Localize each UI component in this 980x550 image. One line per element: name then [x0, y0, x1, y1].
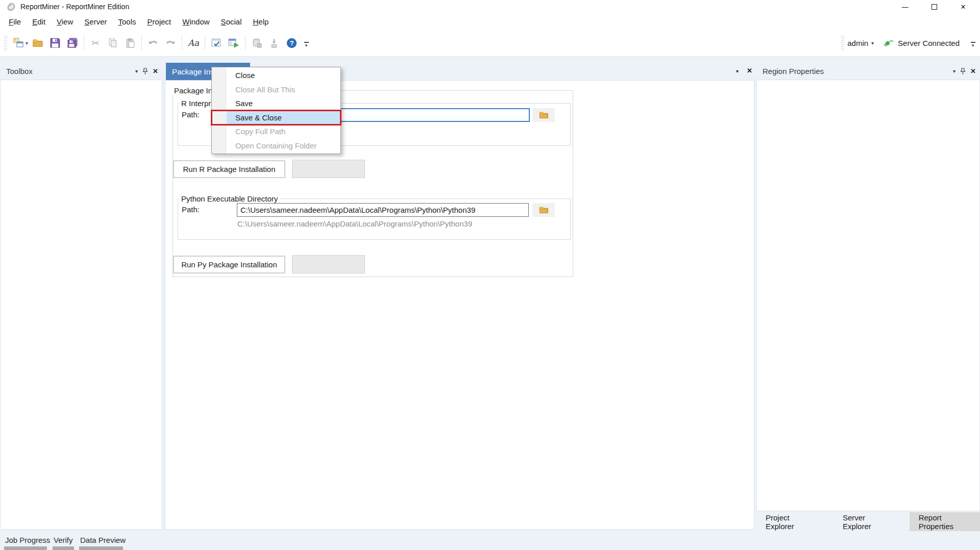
help-button[interactable]: ?	[283, 34, 300, 52]
open-folder-icon	[32, 38, 43, 47]
py-progress-box	[292, 255, 365, 273]
menu-social[interactable]: Social	[215, 15, 248, 28]
r-browse-button[interactable]	[532, 108, 555, 122]
tab-project-explorer[interactable]: Project Explorer	[756, 512, 822, 531]
menu-edit[interactable]: Edit	[27, 15, 51, 28]
context-menu-save-and-close[interactable]: Save & Close	[212, 111, 340, 125]
run-r-package-installation-button[interactable]: Run R Package Installation	[173, 160, 285, 178]
dock-area: Toolbox ▾ ✕ Package Installation ▾ ✕	[0, 56, 980, 532]
minimize-button[interactable]: —	[893, 0, 917, 14]
tab-close-icon[interactable]: ✕	[747, 67, 752, 74]
open-button[interactable]	[29, 34, 46, 52]
font-options-button[interactable]: Aa	[185, 34, 202, 52]
panel-close-icon[interactable]: ✕	[970, 67, 976, 75]
menu-file[interactable]: File	[3, 15, 27, 28]
svg-text:?: ?	[289, 39, 293, 47]
font-icon: Aa	[188, 38, 199, 48]
verify-tab-bar	[53, 546, 74, 550]
tab-server-explorer[interactable]: Server Explorer	[834, 512, 898, 531]
menu-project[interactable]: Project	[142, 15, 177, 28]
deploy-database-button	[248, 34, 265, 52]
run-py-package-installation-button[interactable]: Run Py Package Installation	[173, 256, 285, 273]
save-button[interactable]	[46, 34, 64, 52]
py-path-input[interactable]	[237, 203, 529, 217]
tab-context-menu: Close Close All But This Save Save & Clo…	[211, 67, 341, 154]
toolbox-content	[0, 80, 162, 530]
context-menu-copy-full-path: Copy Full Path	[212, 124, 340, 139]
maximize-button[interactable]	[922, 0, 946, 14]
new-report-button[interactable]	[10, 34, 28, 52]
data-preview-tab-bar	[79, 546, 123, 550]
toolbox-dropdown-icon[interactable]: ▾	[135, 68, 138, 74]
toolbox-panel: Toolbox ▾ ✕	[0, 63, 162, 531]
menu-help[interactable]: Help	[247, 15, 274, 28]
folder-icon	[539, 111, 549, 119]
toolbar-grip[interactable]	[4, 35, 7, 51]
region-properties-content	[756, 80, 980, 511]
app-window: ReportMiner - ReportMiner Edition — ✕ Fi…	[0, 0, 980, 550]
status-bar: Job Progress Verify Data Preview	[0, 532, 980, 550]
pin-icon[interactable]	[142, 68, 148, 75]
maximize-icon	[932, 4, 937, 10]
chevron-down-icon: ▾	[972, 44, 974, 47]
region-properties-panel: Region Properties ▾ ✕ Project Explorer S…	[756, 63, 980, 533]
verify-window-icon	[211, 38, 222, 47]
server-status: Server Connected	[898, 39, 960, 47]
toolbar-separator	[141, 36, 142, 50]
tab-report-properties[interactable]: Report Properties	[910, 512, 980, 531]
cut-button: ✂	[87, 34, 104, 52]
new-report-icon	[13, 38, 24, 48]
r-progress-box	[292, 160, 365, 178]
toolbox-close-icon[interactable]: ✕	[153, 67, 158, 75]
tab-verify[interactable]: Verify	[54, 536, 73, 544]
python-executable-group-label: Python Executable Directory	[179, 194, 280, 203]
tablist-dropdown-icon[interactable]: ▾	[736, 68, 739, 74]
region-properties-header[interactable]: Region Properties ▾ ✕	[756, 63, 980, 80]
save-all-icon	[67, 38, 78, 48]
help-icon: ?	[286, 38, 297, 48]
context-menu-open-containing-folder: Open Containing Folder	[212, 139, 340, 153]
right-toolbar-overflow-button[interactable]: ▾	[969, 36, 977, 49]
tab-data-preview[interactable]: Data Preview	[80, 536, 126, 544]
toolbox-title: Toolbox	[6, 67, 135, 76]
py-path-hint: C:\Users\sameer.nadeem\AppData\Local\Pro…	[237, 219, 472, 228]
main-toolbar: ▾ ✂	[0, 30, 980, 56]
user-menu[interactable]: admin	[847, 39, 868, 47]
menu-window[interactable]: Window	[177, 15, 215, 28]
close-window-button[interactable]: ✕	[951, 0, 975, 14]
copy-icon	[108, 38, 117, 47]
py-browse-button[interactable]	[532, 203, 555, 217]
panel-dropdown-icon[interactable]: ▾	[953, 68, 955, 74]
plug-icon	[882, 38, 894, 48]
menu-server[interactable]: Server	[79, 15, 112, 28]
context-menu-close[interactable]: Close	[212, 68, 340, 83]
user-dropdown-icon[interactable]: ▾	[871, 40, 874, 46]
tab-job-progress[interactable]: Job Progress	[5, 536, 50, 544]
py-path-label: Path:	[182, 205, 200, 214]
verify-button[interactable]	[208, 34, 225, 52]
toolbar-separator	[205, 36, 205, 50]
run-window-icon	[228, 38, 239, 48]
redo-icon	[165, 39, 176, 47]
job-progress-tab-bar	[4, 546, 47, 550]
usertoolbar-grip[interactable]	[841, 35, 844, 51]
deploy-icon	[270, 38, 279, 48]
run-job-button[interactable]	[225, 34, 242, 52]
r-path-label: Path:	[182, 110, 200, 119]
menu-view[interactable]: View	[51, 15, 79, 28]
redo-button	[162, 34, 179, 52]
menu-tools[interactable]: Tools	[113, 15, 142, 28]
toolbar-separator	[245, 36, 246, 50]
save-all-button[interactable]	[64, 34, 81, 52]
context-menu-save[interactable]: Save	[212, 96, 340, 111]
pin-icon[interactable]	[960, 68, 966, 75]
region-properties-title: Region Properties	[763, 67, 953, 76]
undo-icon	[148, 39, 158, 47]
context-menu-close-all-but-this: Close All But This	[212, 83, 340, 97]
toolbar-separator	[84, 36, 84, 50]
paste-icon	[126, 38, 135, 48]
toolbar-overflow-button[interactable]: ▾	[302, 36, 310, 49]
undo-button	[144, 34, 162, 52]
toolbar-separator	[182, 36, 182, 50]
toolbox-header[interactable]: Toolbox ▾ ✕	[0, 63, 162, 80]
